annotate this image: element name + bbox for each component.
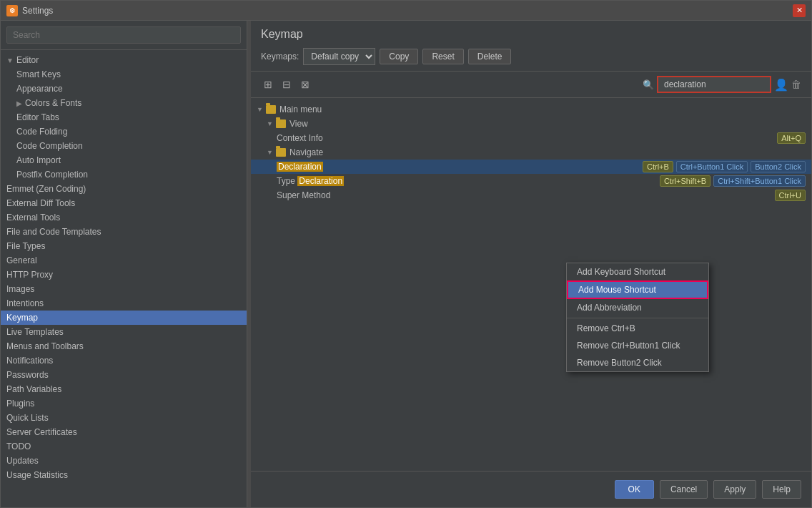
super-method-shortcuts: Ctrl+U — [775, 190, 806, 201]
arrow-navigate: ▼ — [267, 149, 273, 156]
shortcut-ctrl-u: Ctrl+U — [775, 190, 806, 201]
context-remove-ctrl-btn1[interactable]: Remove Ctrl+Button1 Click — [567, 337, 708, 354]
kmap-declaration[interactable]: Declaration Ctrl+B Ctrl+Button1 Click Bu… — [251, 160, 811, 174]
sidebar-item-file-types[interactable]: File Types — [1, 239, 247, 253]
shortcut-ctrl-shift-btn1: Ctrl+Shift+Button1 Click — [713, 175, 806, 187]
shortcut-alt-q: Alt+Q — [777, 132, 806, 144]
sidebar-item-file-code[interactable]: File and Code Templates — [1, 225, 247, 239]
main-content: ▼ Editor Smart Keys Appearance ▶ Colors … — [1, 21, 811, 507]
context-add-mouse[interactable]: Add Mouse Shortcut — [567, 280, 708, 299]
sidebar-item-smart-keys[interactable]: Smart Keys — [1, 67, 247, 82]
shortcut-btn2: Button2 Click — [751, 161, 806, 172]
expand-all-button[interactable]: ⊞ — [261, 77, 275, 92]
context-remove-btn2[interactable]: Remove Button2 Click — [567, 354, 708, 371]
other-button[interactable]: ⊠ — [298, 77, 312, 92]
sidebar-item-passwords[interactable]: Passwords — [1, 368, 247, 382]
sidebar-tree: ▼ Editor Smart Keys Appearance ▶ Colors … — [1, 50, 247, 507]
sidebar: ▼ Editor Smart Keys Appearance ▶ Colors … — [1, 21, 247, 507]
kmap-main-menu-label: Main menu — [279, 104, 806, 114]
context-remove-ctrl-b[interactable]: Remove Ctrl+B — [567, 320, 708, 337]
settings-window: ⚙ Settings ✕ ▼ Editor Smart Keys Appeara… — [0, 0, 812, 508]
copy-button[interactable]: Copy — [380, 49, 418, 64]
kmap-declaration-label: Declaration — [277, 162, 643, 172]
shortcut-ctrl-shift-b: Ctrl+Shift+B — [660, 175, 710, 187]
folder-main-menu-icon — [266, 105, 276, 114]
sidebar-search-input[interactable] — [6, 26, 241, 44]
kmap-navigate[interactable]: ▼ Navigate — [251, 145, 811, 160]
shortcut-ctrl-b: Ctrl+B — [643, 161, 673, 172]
context-add-keyboard[interactable]: Add Keyboard Shortcut — [567, 263, 708, 280]
title-bar: ⚙ Settings ✕ — [1, 1, 811, 21]
sidebar-item-usage-stats[interactable]: Usage Statistics — [1, 468, 247, 482]
kmap-view-label: View — [289, 119, 806, 129]
kmap-super-method[interactable]: Super Method Ctrl+U — [251, 188, 811, 202]
sidebar-item-external-tools[interactable]: External Tools — [1, 210, 247, 225]
sidebar-item-general[interactable]: General — [1, 253, 247, 268]
help-button[interactable]: Help — [762, 480, 801, 499]
close-button[interactable]: ✕ — [793, 4, 806, 17]
kmap-type-declaration-label: Type Declaration — [277, 176, 660, 186]
kmap-context-info[interactable]: Context Info Alt+Q — [251, 131, 811, 145]
sidebar-item-external-diff[interactable]: External Diff Tools — [1, 196, 247, 210]
sidebar-item-todo[interactable]: TODO — [1, 439, 247, 454]
sidebar-item-http-proxy[interactable]: HTTP Proxy — [1, 268, 247, 282]
page-title: Keymap — [261, 28, 801, 41]
sidebar-item-menus-toolbars[interactable]: Menus and Toolbars — [1, 339, 247, 353]
sidebar-item-path-variables[interactable]: Path Variables — [1, 382, 247, 396]
bottom-bar: OK Cancel Apply Help — [251, 471, 811, 507]
folder-view-icon — [276, 119, 286, 128]
sidebar-item-keymap[interactable]: Keymap — [1, 311, 247, 325]
declaration-shortcuts: Ctrl+B Ctrl+Button1 Click Button2 Click — [643, 161, 806, 172]
sidebar-search-box — [1, 21, 247, 50]
kmap-context-info-label: Context Info — [277, 133, 777, 143]
delete-button[interactable]: Delete — [468, 49, 512, 64]
content-panel: Keymap Keymaps: Default copy Copy Reset … — [251, 21, 811, 507]
sidebar-item-quick-lists[interactable]: Quick Lists — [1, 411, 247, 425]
collapse-all-button[interactable]: ⊟ — [279, 77, 294, 92]
sidebar-item-intentions[interactable]: Intentions — [1, 296, 247, 311]
sidebar-item-updates[interactable]: Updates — [1, 454, 247, 468]
sidebar-item-code-folding[interactable]: Code Folding — [1, 124, 247, 139]
sidebar-item-server-certs[interactable]: Server Certificates — [1, 425, 247, 439]
search-icon: 🔍 — [643, 79, 654, 90]
sidebar-item-editor[interactable]: ▼ Editor — [1, 53, 247, 67]
context-add-abbreviation[interactable]: Add Abbreviation — [567, 299, 708, 316]
sidebar-item-editor-tabs[interactable]: Editor Tabs — [1, 110, 247, 124]
sidebar-item-code-completion[interactable]: Code Completion — [1, 139, 247, 153]
sidebar-item-images[interactable]: Images — [1, 282, 247, 296]
content-header: Keymap Keymaps: Default copy Copy Reset … — [251, 21, 811, 72]
kmap-main-menu[interactable]: ▼ Main menu — [251, 102, 811, 117]
toolbar-row: ⊞ ⊟ ⊠ 🔍 👤 🗑 — [251, 72, 811, 98]
kmap-navigate-label: Navigate — [289, 147, 806, 157]
kmap-type-declaration[interactable]: Type Declaration Ctrl+Shift+B Ctrl+Shift… — [251, 174, 811, 188]
sidebar-item-appearance[interactable]: Appearance — [1, 82, 247, 96]
apply-button[interactable]: Apply — [713, 480, 756, 499]
keymap-search-input[interactable] — [657, 76, 771, 93]
ok-button[interactable]: OK — [615, 480, 654, 499]
sidebar-item-auto-import[interactable]: Auto Import — [1, 153, 247, 167]
sidebar-item-emmet[interactable]: Emmet (Zen Coding) — [1, 182, 247, 196]
arrow-main-menu: ▼ — [257, 106, 263, 113]
sidebar-item-colors-fonts[interactable]: ▶ Colors & Fonts — [1, 96, 247, 110]
keymap-tree: ▼ Main menu ▼ View Context Info Alt+Q — [251, 98, 811, 471]
cancel-button[interactable]: Cancel — [660, 480, 708, 499]
reset-button[interactable]: Reset — [422, 49, 463, 64]
expand-arrow-colors: ▶ — [16, 99, 22, 107]
sidebar-item-postfix[interactable]: Postfix Completion — [1, 167, 247, 182]
keymap-bar: Keymaps: Default copy Copy Reset Delete — [261, 48, 801, 65]
folder-navigate-icon — [276, 148, 286, 157]
keymap-select[interactable]: Default copy — [303, 48, 375, 65]
expand-arrow-editor: ▼ — [6, 57, 14, 64]
context-info-shortcuts: Alt+Q — [777, 132, 806, 144]
keymaps-label: Keymaps: — [261, 52, 299, 62]
context-menu: Add Keyboard Shortcut Add Mouse Shortcut… — [566, 263, 709, 372]
type-declaration-shortcuts: Ctrl+Shift+B Ctrl+Shift+Button1 Click — [660, 175, 806, 187]
user-icon[interactable]: 👤 — [774, 78, 788, 92]
trash-icon[interactable]: 🗑 — [791, 79, 801, 90]
sidebar-item-notifications[interactable]: Notifications — [1, 353, 247, 368]
window-title: Settings — [22, 6, 793, 16]
kmap-view[interactable]: ▼ View — [251, 117, 811, 131]
sidebar-item-live-templates[interactable]: Live Templates — [1, 325, 247, 339]
search-right: 🔍 👤 🗑 — [643, 76, 801, 93]
sidebar-item-plugins[interactable]: Plugins — [1, 396, 247, 411]
